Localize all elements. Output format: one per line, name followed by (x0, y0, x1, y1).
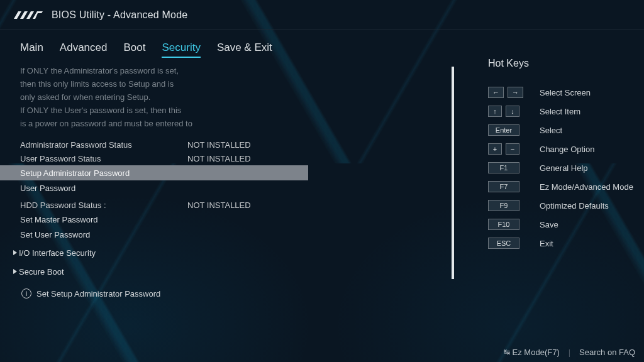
submenu-label: I/O Interface Security (19, 248, 96, 258)
key-f10: F10 (488, 219, 519, 230)
hotkey-desc: Exit (540, 239, 553, 248)
help-text: If ONLY the Administrator's password is … (20, 64, 347, 130)
row-hdd-pw-status: HDD Password Status : NOT INSTALLED (20, 198, 448, 212)
app-title: BIOS Utility - Advanced Mode (52, 9, 187, 21)
ez-mode-label: Ez Mode(F7) (513, 348, 560, 357)
tab-save-exit[interactable]: Save & Exit (217, 41, 272, 58)
key-f9: F9 (488, 200, 519, 211)
caret-right-icon (13, 250, 18, 255)
key-minus-icon: − (506, 143, 519, 155)
hotkeys-title: Hot Keys (488, 58, 636, 69)
hotkey-desc: Ez Mode/Advanced Mode (540, 182, 633, 192)
submenu-label: Secure Boot (19, 267, 64, 277)
item-label: Setup Administrator Password (20, 168, 130, 178)
content-pane: If ONLY the Administrator's password is … (20, 64, 454, 299)
help-line: If ONLY the Administrator's password is … (20, 64, 347, 77)
label-admin-pw-status: Administrator Password Status (20, 140, 187, 150)
item-set-master-password[interactable]: Set Master Password (0, 212, 308, 227)
key-arrow-up-icon: ↑ (488, 106, 502, 117)
hotkey-row: ↑ ↓ Select Item (488, 106, 636, 117)
caret-right-icon (13, 269, 18, 274)
item-set-user-password[interactable]: Set User Password (0, 227, 308, 242)
scrollbar-thumb[interactable] (452, 67, 454, 279)
value-hdd-pw-status: NOT INSTALLED (187, 200, 251, 210)
tab-advanced[interactable]: Advanced (60, 41, 108, 58)
label-user-pw-status: User Password Status (20, 154, 187, 163)
hint-text: Set Setup Administrator Password (36, 289, 160, 299)
row-admin-pw-status: Administrator Password Status NOT INSTAL… (20, 138, 448, 151)
help-line: If ONLY the User's password is set, then… (20, 104, 347, 117)
hotkey-desc: Select Screen (540, 88, 591, 97)
svg-marker-5 (13, 269, 17, 274)
svg-marker-3 (33, 11, 43, 19)
footer-divider: | (569, 348, 570, 357)
tab-main[interactable]: Main (20, 41, 43, 58)
svg-marker-2 (26, 11, 34, 19)
value-user-pw-status: NOT INSTALLED (187, 154, 251, 163)
value-admin-pw-status: NOT INSTALLED (187, 140, 251, 150)
tab-boot[interactable]: Boot (123, 41, 145, 58)
swap-icon: ↹ (504, 348, 509, 356)
hotkey-row: F9 Optimized Defaults (488, 200, 636, 211)
hotkey-row: F7 Ez Mode/Advanced Mode (488, 181, 636, 192)
hotkey-desc: Save (540, 220, 558, 229)
item-label: Set User Password (20, 230, 90, 239)
help-line: then this only limits access to Setup an… (20, 77, 347, 90)
svg-marker-4 (13, 250, 17, 255)
label-hdd-pw-status: HDD Password Status : (20, 200, 187, 210)
svg-marker-0 (14, 11, 21, 19)
hotkey-desc: Change Option (540, 145, 594, 154)
hotkey-row: ESC Exit (488, 238, 636, 249)
help-line: is a power on password and must be enter… (20, 117, 347, 130)
submenu-secure-boot[interactable]: Secure Boot (13, 263, 448, 280)
item-label: User Password (20, 184, 75, 193)
item-setup-admin-password[interactable]: Setup Administrator Password (0, 165, 308, 180)
hotkey-desc: Select Item (540, 107, 580, 116)
asus-logo-icon (14, 10, 43, 20)
row-user-pw-status: User Password Status NOT INSTALLED (20, 151, 448, 165)
hotkey-row: + − Change Option (488, 143, 636, 155)
title-bar: BIOS Utility - Advanced Mode (0, 0, 644, 30)
hotkey-row: F1 General Help (488, 162, 636, 173)
search-faq-link[interactable]: Search on FAQ (579, 348, 635, 357)
info-icon: i (21, 288, 31, 299)
key-arrow-down-icon: ↓ (506, 106, 519, 117)
footer-bar: ↹ Ez Mode(F7) | Search on FAQ (0, 342, 644, 362)
key-arrow-left-icon: ← (488, 87, 504, 98)
item-label: Set Master Password (20, 215, 98, 224)
key-f7: F7 (488, 181, 519, 192)
hotkeys-panel: Hot Keys ← → Select Screen ↑ ↓ Select It… (454, 64, 636, 299)
hotkey-desc: Select (540, 126, 562, 135)
key-enter: Enter (488, 124, 519, 136)
help-line: only asked for when entering Setup. (20, 90, 347, 104)
hotkey-desc: Optimized Defaults (540, 201, 609, 211)
submenu-io-interface-security[interactable]: I/O Interface Security (13, 244, 448, 261)
key-f1: F1 (488, 162, 519, 173)
ez-mode-link[interactable]: ↹ Ez Mode(F7) (504, 348, 560, 357)
hotkey-row: Enter Select (488, 124, 636, 136)
tab-security[interactable]: Security (162, 41, 200, 58)
item-description: i Set Setup Administrator Password (21, 288, 448, 299)
key-plus-icon: + (488, 143, 502, 155)
key-arrow-right-icon: → (508, 87, 523, 98)
hotkey-row: F10 Save (488, 219, 636, 230)
key-esc: ESC (488, 238, 519, 249)
svg-marker-1 (20, 11, 28, 19)
hotkey-desc: General Help (540, 163, 588, 173)
hotkey-row: ← → Select Screen (488, 87, 636, 98)
item-user-password[interactable]: User Password (0, 180, 308, 195)
